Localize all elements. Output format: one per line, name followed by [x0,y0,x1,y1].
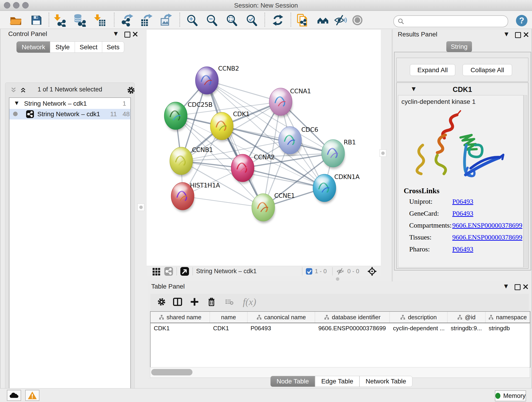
table-row[interactable]: CDK1CDK1P064939606.ENSP00000378699cyclin… [151,323,530,333]
tab-string[interactable]: String [446,41,472,52]
column-header-database-identifier[interactable]: database identifier [315,312,389,323]
node-CCNE1[interactable] [252,194,275,223]
show-columns-button[interactable] [171,296,184,308]
export-network-button[interactable] [121,13,134,27]
table-cell[interactable]: P06493 [247,323,315,333]
table-panel-close-icon[interactable] [523,284,528,289]
show-all-button[interactable] [351,13,364,27]
node-CDC25B[interactable] [164,102,187,131]
network-canvas[interactable]: CCNB2CCNA1CDC25BCDK1CDC6RB1CCNB1CCNA2CDK… [147,30,381,266]
column-header-canonical-name[interactable]: canonical name [247,312,315,323]
import-network-from-file-button[interactable] [53,13,66,27]
hidden-node-edge-counts: 0 - 0 [347,268,359,275]
cloud-status-button[interactable] [7,390,21,401]
results-scrollbar[interactable] [524,95,527,268]
column-header-shared-name[interactable]: shared name [151,312,210,323]
zoom-in-button[interactable] [186,13,199,27]
zoom-out-button[interactable] [206,13,219,27]
tab-network[interactable]: Network [17,41,51,53]
crosslink-row: Compartments:9606.ENSP00000378699 [409,221,519,233]
search-input[interactable] [407,18,504,25]
crosslink-link[interactable]: 9606.ENSP00000378699 [452,221,522,229]
results-panel-float-icon[interactable] [515,32,521,38]
column-header-name[interactable]: name [210,312,247,323]
node-CDKN1A[interactable] [313,174,336,204]
expand-all-button[interactable]: Expand All [410,64,455,76]
first-neighbors-button[interactable] [317,13,330,27]
zoom-selected-button[interactable] [245,13,259,27]
open-session-button[interactable] [9,13,22,27]
scrollbar-thumb[interactable] [151,369,192,375]
help-button[interactable]: ? [516,15,527,26]
crosslink-link[interactable]: P06493 [452,210,473,217]
node-RB1[interactable] [322,140,345,169]
node-CDC6[interactable] [279,127,302,156]
import-network-from-database-button[interactable] [73,13,86,27]
selected-checkbox-icon[interactable] [306,268,312,275]
control-panel-close-icon[interactable] [133,32,138,37]
edge-CCNE1-HIST1H1A[interactable] [183,196,263,207]
table-cell[interactable]: 9606.ENSP00000378699 [315,323,390,333]
results-panel-close-icon[interactable] [523,32,529,37]
trash-icon [206,297,216,307]
network-options-gear-icon[interactable] [126,85,136,95]
create-column-button[interactable] [188,296,201,308]
delete-table-button[interactable] [223,296,235,308]
delete-column-button[interactable] [205,296,218,308]
zoom-fit-content-button[interactable] [225,13,239,27]
node-CCNA2[interactable] [231,154,254,184]
tab-edge-table[interactable]: Edge Table [315,376,360,387]
birdseye-crosshair-icon[interactable] [367,266,377,276]
tab-style[interactable]: Style [50,41,75,53]
detach-view-icon[interactable] [180,267,189,276]
function-builder-button[interactable]: f(x) [239,296,260,308]
tab-network-table[interactable]: Network Table [360,376,412,387]
table-cell[interactable]: CDK1 [151,323,210,333]
table-panel-float-icon[interactable] [515,284,520,290]
control-panel-float-icon[interactable] [124,32,130,38]
save-session-button[interactable] [30,13,43,27]
memory-status-dot-icon [495,393,500,399]
collapse-all-button[interactable]: Collapse All [462,64,512,76]
tab-node-table[interactable]: Node Table [270,376,315,387]
crosslink-link[interactable]: P06493 [452,245,473,253]
table-cell[interactable]: stringdb [486,323,530,333]
control-panel-menu-icon[interactable]: ▼ [114,31,118,36]
node-label-CDC6: CDC6 [301,126,318,133]
column-header-description[interactable]: description [390,312,447,323]
crosslink-link[interactable]: P06493 [452,198,473,205]
collection-expander-icon[interactable]: ▼ [15,100,18,106]
table-tabs: Node TableEdge TableNetwork Table [270,376,412,387]
table-cell[interactable]: CDK1 [210,323,247,333]
results-panel-menu-icon[interactable]: ▼ [505,31,508,37]
network-row-selected[interactable]: String Network – cdk1 11 48 [9,109,130,119]
memory-button[interactable]: Memory [495,390,526,401]
import-table-from-file-button[interactable] [93,13,107,27]
column-header--id[interactable]: @id [447,312,486,323]
export-image-button[interactable] [159,13,173,27]
tab-select[interactable]: Select [75,41,102,53]
table-cell[interactable]: cyclin-dependent ... [390,323,447,333]
network-collection-row[interactable]: ▼ String Network – cdk1 1 [9,98,130,109]
node-CCNB1[interactable] [170,147,193,177]
node-CCNA1[interactable] [269,88,292,117]
clone-network-button[interactable] [296,13,310,27]
warning-status-button[interactable] [25,390,39,401]
network-overview-icon[interactable] [164,267,173,276]
table-options-button[interactable] [155,296,168,308]
column-header-namespace[interactable]: namespace [486,312,530,323]
node-CDK1[interactable] [210,112,234,142]
right-splitter-handle[interactable] [380,149,386,157]
refresh-view-button[interactable] [271,13,285,27]
hide-selected-button[interactable] [334,13,347,27]
node-label-CCNA2: CCNA2 [254,153,275,161]
tab-sets[interactable]: Sets [102,41,124,53]
node-CCNB2[interactable] [196,67,219,96]
table-cell[interactable]: stringdb:9... [447,323,485,333]
crosslink-link[interactable]: 9606.ENSP00000378699 [452,233,522,241]
table-panel-menu-icon[interactable]: ▼ [504,283,508,289]
left-splitter-handle[interactable] [138,204,144,211]
grid-view-icon[interactable] [152,267,161,276]
horizontal-splitter-handle[interactable] [336,277,339,281]
export-table-button[interactable] [140,13,153,27]
